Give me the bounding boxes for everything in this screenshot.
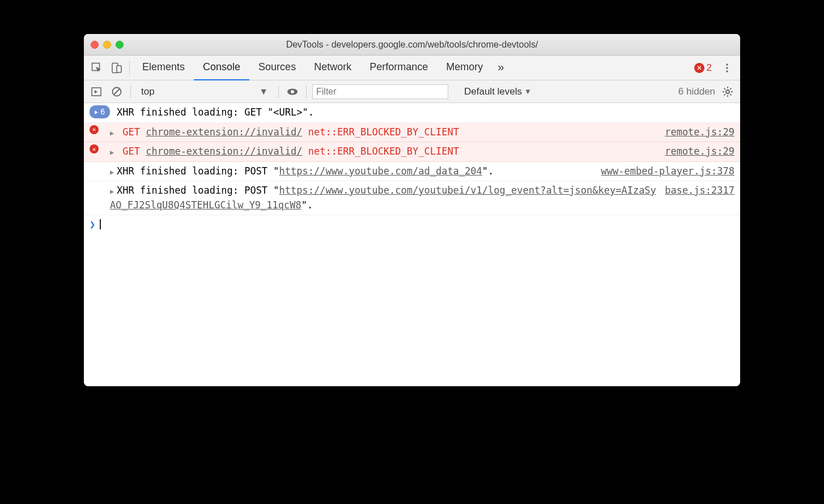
console-error-row[interactable]: ✕ ▶ GET chrome-extension://invalid/ net:… xyxy=(84,123,740,143)
error-message: net::ERR_BLOCKED_BY_CLIENT xyxy=(308,146,459,157)
device-toolbar-icon[interactable] xyxy=(107,55,126,80)
tab-label: Console xyxy=(203,61,240,73)
chevron-down-icon: ▼ xyxy=(259,87,268,97)
expand-caret-icon[interactable]: ▶ xyxy=(110,128,117,138)
svg-point-4 xyxy=(726,67,728,69)
minimize-window-button[interactable] xyxy=(103,41,111,49)
log-levels-selector[interactable]: Default levels ▼ xyxy=(464,86,532,97)
tab-label: Sources xyxy=(258,61,296,73)
separator xyxy=(278,86,279,98)
expand-caret-icon[interactable]: ▶ xyxy=(110,186,117,197)
request-url[interactable]: chrome-extension://invalid/ xyxy=(146,146,302,157)
log-suffix: ". xyxy=(482,165,494,177)
repeat-count-pill: ▶6 xyxy=(90,105,110,118)
live-expression-icon[interactable] xyxy=(284,84,300,100)
window-title: DevTools - developers.google.com/web/too… xyxy=(84,40,740,50)
input-cursor xyxy=(100,219,101,229)
context-value: top xyxy=(141,86,155,97)
log-prefix: XHR finished loading: POST " xyxy=(117,165,279,177)
inspect-element-icon[interactable] xyxy=(87,55,107,80)
tab-sources[interactable]: Sources xyxy=(249,55,305,80)
settings-gear-icon[interactable] xyxy=(720,84,736,100)
svg-line-18 xyxy=(724,94,725,95)
filter-input[interactable] xyxy=(312,84,448,99)
kebab-menu-icon[interactable] xyxy=(717,55,737,80)
log-suffix: ". xyxy=(301,199,313,211)
tab-label: Memory xyxy=(446,61,483,73)
tab-label: Performance xyxy=(369,61,428,73)
console-row[interactable]: ▶XHR finished loading: POST "https://www… xyxy=(84,162,740,182)
console-row[interactable]: ▶XHR finished loading: POST "https://www… xyxy=(84,181,740,215)
zoom-window-button[interactable] xyxy=(116,41,124,49)
svg-point-5 xyxy=(726,70,728,72)
svg-line-17 xyxy=(730,94,731,95)
main-tabs: Elements Console Sources Network Perform… xyxy=(84,55,740,80)
tab-network[interactable]: Network xyxy=(305,55,360,80)
titlebar: DevTools - developers.google.com/web/too… xyxy=(84,34,740,55)
pill-count: 6 xyxy=(100,106,105,118)
console-prompt[interactable]: ❯ xyxy=(84,215,740,233)
console-row[interactable]: ▶6 XHR finished loading: GET "<URL>". xyxy=(84,103,740,123)
close-window-button[interactable] xyxy=(91,41,99,49)
request-url[interactable]: chrome-extension://invalid/ xyxy=(146,126,302,138)
chevron-down-icon: ▼ xyxy=(524,87,532,96)
source-link[interactable]: www-embed-player.js:378 xyxy=(601,164,734,179)
tab-label: Elements xyxy=(142,61,185,73)
tab-console[interactable]: Console xyxy=(194,55,249,80)
devtools-window: DevTools - developers.google.com/web/too… xyxy=(84,34,740,386)
expand-caret-icon[interactable]: ▶ xyxy=(110,147,117,157)
source-link[interactable]: remote.js:29 xyxy=(665,125,734,140)
separator xyxy=(306,86,307,98)
error-icon: ✕ xyxy=(90,144,99,153)
tab-elements[interactable]: Elements xyxy=(133,55,194,80)
error-count-value: 2 xyxy=(707,62,712,74)
console-error-row[interactable]: ✕ ▶ GET chrome-extension://invalid/ net:… xyxy=(84,142,740,162)
svg-line-16 xyxy=(724,88,725,89)
http-method: GET xyxy=(122,146,140,157)
traffic-lights xyxy=(91,41,124,49)
svg-rect-2 xyxy=(117,66,121,72)
source-link[interactable]: remote.js:29 xyxy=(665,144,734,159)
toggle-sidebar-icon[interactable] xyxy=(88,84,104,100)
separator xyxy=(130,86,131,98)
svg-line-8 xyxy=(114,89,120,95)
console-toolbar: top ▼ Default levels ▼ 6 hidden xyxy=(84,80,740,103)
http-method: GET xyxy=(122,126,140,138)
error-message: net::ERR_BLOCKED_BY_CLIENT xyxy=(308,126,459,138)
svg-point-3 xyxy=(726,63,728,65)
request-url[interactable]: https://www.youtube.com/ad_data_204 xyxy=(279,165,482,177)
tab-memory[interactable]: Memory xyxy=(437,55,492,80)
expand-caret-icon[interactable]: ▶ xyxy=(110,167,117,177)
more-tabs-button[interactable]: » xyxy=(492,55,509,80)
log-prefix: XHR finished loading: POST " xyxy=(117,185,279,196)
log-message: XHR finished loading: GET "<URL>". xyxy=(110,105,734,120)
levels-label: Default levels xyxy=(464,86,522,97)
source-link[interactable]: base.js:2317 xyxy=(665,183,734,198)
error-icon: ✕ xyxy=(90,125,99,134)
error-count-indicator[interactable]: ✕ 2 xyxy=(694,62,712,74)
console-output: ▶6 XHR finished loading: GET "<URL>". ✕ … xyxy=(84,103,740,386)
tab-performance[interactable]: Performance xyxy=(360,55,437,80)
tab-label: Network xyxy=(314,61,351,73)
svg-point-10 xyxy=(291,90,294,93)
context-selector[interactable]: top ▼ xyxy=(137,86,273,97)
clear-console-icon[interactable] xyxy=(109,84,125,100)
svg-point-11 xyxy=(726,90,729,93)
error-icon: ✕ xyxy=(694,63,704,73)
svg-line-19 xyxy=(730,88,731,89)
prompt-caret-icon: ❯ xyxy=(90,219,95,230)
hidden-count[interactable]: 6 hidden xyxy=(678,86,715,97)
separator xyxy=(129,61,130,75)
more-icon: » xyxy=(498,61,504,74)
